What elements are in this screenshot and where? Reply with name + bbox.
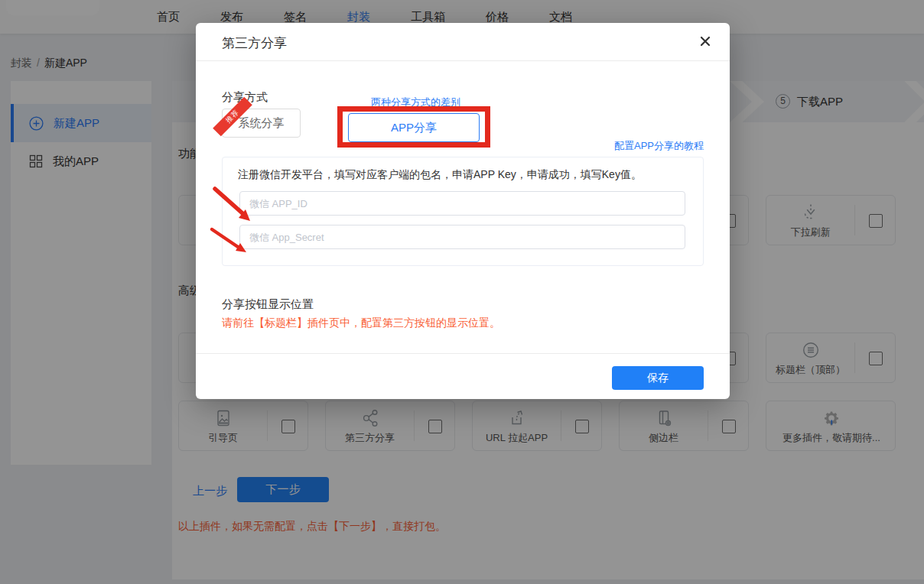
- save-button[interactable]: 保存: [612, 366, 704, 390]
- dialog-footer: 保存: [196, 353, 730, 399]
- wechat-appid-input[interactable]: [239, 191, 685, 216]
- system-share-button[interactable]: 推荐 系统分享: [222, 109, 301, 138]
- share-button-position-label: 分享按钮显示位置: [222, 297, 314, 312]
- wechat-config-panel: 注册微信开发平台，填写对应客户端的包名，申请APP Key，申请成功，填写Key…: [222, 157, 704, 266]
- wechat-instruction: 注册微信开发平台，填写对应客户端的包名，申请APP Key，申请成功，填写Key…: [238, 168, 642, 182]
- app-share-button[interactable]: APP分享: [348, 113, 480, 142]
- system-share-label: 系统分享: [239, 116, 285, 129]
- share-mode-diff-link[interactable]: 两种分享方式的差别: [371, 96, 460, 109]
- share-button-position-note: 请前往【标题栏】插件页中，配置第三方按钮的显示位置。: [222, 316, 500, 330]
- wechat-secret-input[interactable]: [239, 225, 685, 249]
- dialog-title: 第三方分享: [222, 34, 287, 52]
- app-share-tutorial-link[interactable]: 配置APP分享的教程: [614, 139, 704, 153]
- close-icon[interactable]: [699, 35, 713, 49]
- dialog-header: 第三方分享: [196, 23, 730, 61]
- third-party-share-dialog: 第三方分享 分享方式 两种分享方式的差别 推荐 系统分享 APP分享 配置APP…: [196, 23, 730, 399]
